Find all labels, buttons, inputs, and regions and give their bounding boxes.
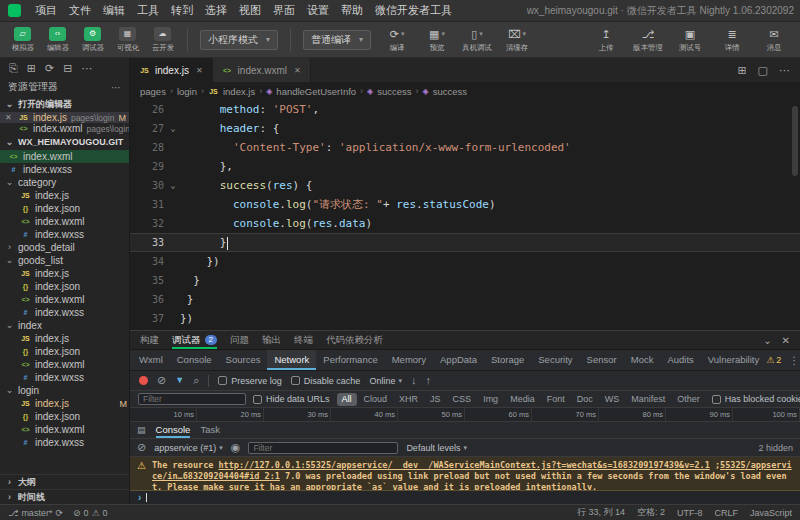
code-line[interactable]: 30⌄ success(res) { bbox=[130, 176, 800, 195]
tree-file[interactable]: <>index.wxml bbox=[0, 293, 129, 306]
details-button[interactable]: ≣详情 bbox=[712, 27, 752, 53]
tree-file[interactable]: <>index.wxml bbox=[0, 358, 129, 371]
record-icon[interactable] bbox=[139, 376, 148, 385]
clear-console-icon[interactable]: ⊘ bbox=[137, 442, 146, 453]
devtools-tab[interactable]: Vulnerability bbox=[701, 350, 766, 370]
console-filter-input[interactable] bbox=[248, 442, 398, 454]
panel-tab[interactable]: 终端 bbox=[294, 331, 313, 349]
tree-file[interactable]: <>index.wxml bbox=[0, 423, 129, 436]
menu-item[interactable]: 编辑 bbox=[97, 3, 131, 18]
code-line[interactable]: 26 method: 'POST', bbox=[130, 100, 800, 119]
scrollbar[interactable] bbox=[792, 106, 798, 176]
tree-folder[interactable]: ⌄goods_list bbox=[0, 254, 129, 267]
editor-tab[interactable]: <>index.wxml✕ bbox=[213, 58, 311, 82]
menu-item[interactable]: 选择 bbox=[199, 3, 233, 18]
panel-tab[interactable]: 代码依赖分析 bbox=[326, 331, 383, 349]
line-number[interactable]: 33 bbox=[130, 233, 166, 252]
preserve-log-checkbox[interactable]: Preserve log bbox=[218, 376, 282, 386]
console-prompt[interactable]: › bbox=[130, 491, 800, 504]
open-editor-item[interactable]: ✕JSindex.jspages\loginM bbox=[0, 112, 129, 123]
messages-button[interactable]: ✉消息 bbox=[754, 27, 794, 53]
tree-file[interactable]: #index.wxss bbox=[0, 371, 129, 384]
more-actions-icon[interactable]: ⋯ bbox=[779, 64, 790, 77]
throttling-select[interactable]: Online ▾ bbox=[369, 376, 402, 386]
menu-item[interactable]: 微信开发者工具 bbox=[369, 3, 458, 18]
tree-folder[interactable]: ⌄index bbox=[0, 319, 129, 332]
network-filter-input[interactable] bbox=[138, 393, 246, 405]
network-type-filter[interactable]: WS bbox=[600, 393, 625, 406]
tree-file[interactable]: JSindex.js bbox=[0, 189, 129, 202]
debugger-toggle[interactable]: ⚙调试器 bbox=[76, 27, 109, 53]
panel-tab[interactable]: 构建 bbox=[140, 331, 159, 349]
filter-funnel-icon[interactable]: ▼ bbox=[175, 376, 184, 385]
line-number[interactable]: 31 bbox=[130, 195, 166, 214]
tree-file[interactable]: {}index.json bbox=[0, 410, 129, 423]
code-line[interactable]: 37}) bbox=[130, 309, 800, 328]
menu-item[interactable]: 设置 bbox=[301, 3, 335, 18]
tree-file[interactable]: {}index.json bbox=[0, 202, 129, 215]
cloud-toggle[interactable]: ☁云开发 bbox=[146, 27, 179, 53]
compile-button[interactable]: ⟳▾编译 bbox=[377, 27, 417, 53]
devtools-tab[interactable]: Wxml bbox=[132, 350, 170, 370]
disable-cache-checkbox[interactable]: Disable cache bbox=[291, 376, 361, 386]
breadcrumb-item[interactable]: success bbox=[433, 86, 467, 97]
remote-debug-button[interactable]: ▯▾真机调试 bbox=[457, 27, 497, 53]
visualization-toggle[interactable]: ▦可视化 bbox=[111, 27, 144, 53]
refresh-icon[interactable]: ⟳ bbox=[45, 62, 54, 75]
export-har-icon[interactable]: ↑ bbox=[425, 375, 431, 386]
search-icon[interactable]: ⌕ bbox=[193, 375, 199, 386]
menu-item[interactable]: 界面 bbox=[267, 3, 301, 18]
network-type-filter[interactable]: CSS bbox=[448, 393, 477, 406]
panel-tab[interactable]: 调试器2 bbox=[172, 331, 217, 349]
line-number[interactable]: 32 bbox=[130, 214, 166, 233]
devtools-tab[interactable]: Network bbox=[267, 350, 316, 370]
network-type-filter[interactable]: Doc bbox=[572, 393, 598, 406]
code-line[interactable]: 33 } bbox=[130, 233, 800, 252]
close-icon[interactable]: ✕ bbox=[5, 113, 14, 122]
close-icon[interactable]: ✕ bbox=[294, 66, 301, 75]
new-file-icon[interactable]: ⎘ bbox=[9, 62, 18, 75]
tree-file[interactable]: <>index.wxml bbox=[0, 215, 129, 228]
devtools-tab[interactable]: Sources bbox=[219, 350, 268, 370]
breadcrumb-item[interactable]: pages bbox=[140, 86, 166, 97]
code-line[interactable]: 34 }) bbox=[130, 252, 800, 271]
has-blocked-cookies-checkbox[interactable]: Has blocked cookies bbox=[712, 394, 800, 404]
line-number[interactable]: 30 bbox=[130, 176, 166, 195]
eye-icon[interactable]: ◉ bbox=[231, 442, 241, 453]
menu-item[interactable]: 文件 bbox=[63, 3, 97, 18]
simulator-toggle[interactable]: ▱模拟器 bbox=[6, 27, 39, 53]
import-har-icon[interactable]: ↓ bbox=[411, 375, 417, 386]
network-type-filter[interactable]: JS bbox=[425, 393, 446, 406]
devtools-tab[interactable]: Console bbox=[170, 350, 219, 370]
status-item[interactable]: JavaScript bbox=[750, 508, 792, 518]
line-number[interactable]: 35 bbox=[130, 271, 166, 290]
line-number[interactable]: 29 bbox=[130, 157, 166, 176]
code-editor[interactable]: 26 method: 'POST',27⌄ header: {28 'Conte… bbox=[130, 100, 800, 330]
git-branch-indicator[interactable]: ⎇ master* ⟳ bbox=[8, 508, 63, 518]
compile-mode-select[interactable]: 普通编译 ▾ bbox=[303, 30, 371, 50]
more-vert-icon[interactable]: ⋮ bbox=[789, 355, 799, 366]
devtools-tab[interactable]: Memory bbox=[385, 350, 433, 370]
network-type-filter[interactable]: Img bbox=[478, 393, 503, 406]
devtools-tab[interactable]: Mock bbox=[624, 350, 661, 370]
tree-file[interactable]: {}index.json bbox=[0, 345, 129, 358]
network-type-filter[interactable]: All bbox=[337, 393, 357, 406]
console-link[interactable]: http://127.0.0.1:55325/appservice/__dev_… bbox=[219, 460, 710, 470]
test-account-button[interactable]: ▣测试号 bbox=[670, 27, 710, 53]
code-line[interactable]: 28 'Content-Type': 'application/x-www-fo… bbox=[130, 138, 800, 157]
devtools-tab[interactable]: AppData bbox=[433, 350, 484, 370]
panel-tab[interactable]: 问题 bbox=[230, 331, 249, 349]
line-number[interactable]: 26 bbox=[130, 100, 166, 119]
devtools-tab[interactable]: Security bbox=[531, 350, 579, 370]
split-editor-icon[interactable]: ⊞ bbox=[737, 64, 746, 77]
devtools-tab[interactable]: Performance bbox=[316, 350, 384, 370]
status-item[interactable]: UTF-8 bbox=[677, 508, 703, 518]
line-number[interactable]: 28 bbox=[130, 138, 166, 157]
open-editor-item[interactable]: <>index.wxmlpages\login bbox=[0, 123, 129, 134]
code-line[interactable]: 32 console.log(res.data) bbox=[130, 214, 800, 233]
tree-file[interactable]: {}index.json bbox=[0, 280, 129, 293]
collapse-all-icon[interactable]: ⊟ bbox=[63, 62, 72, 75]
sidebar-section[interactable]: ›时间线 bbox=[0, 489, 129, 504]
menu-item[interactable]: 视图 bbox=[233, 3, 267, 18]
tree-file[interactable]: #index.wxss bbox=[0, 436, 129, 449]
